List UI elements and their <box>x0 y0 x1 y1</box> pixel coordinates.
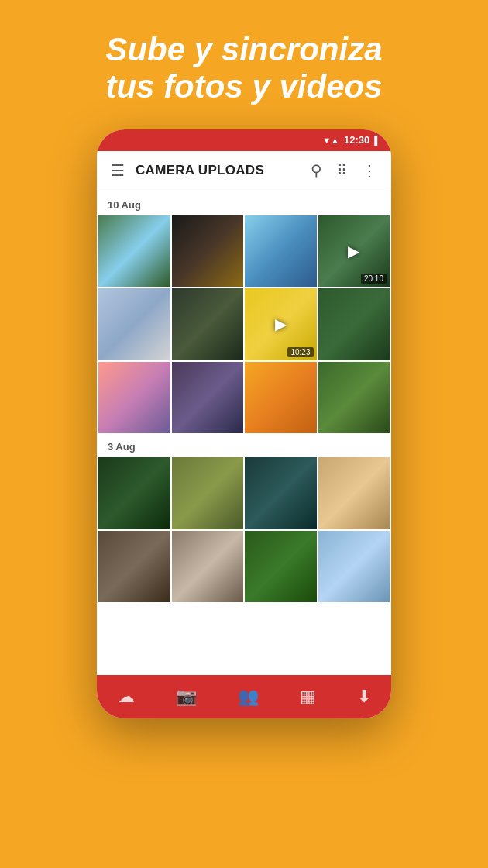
signal-icon: ▼▲ <box>322 136 339 145</box>
section-date-1: 3 Aug <box>97 433 391 457</box>
search-icon[interactable]: ⚲ <box>308 158 325 183</box>
battery-icon: ▌ <box>374 136 380 145</box>
photo-cell[interactable] <box>318 362 390 434</box>
video-duration: 10:23 <box>287 347 313 357</box>
photo-cell[interactable] <box>98 457 170 529</box>
photo-cell[interactable] <box>172 288 244 360</box>
hero-line2: tus fotos y videos <box>105 68 382 105</box>
photo-cell[interactable] <box>98 531 170 603</box>
photo-cell[interactable] <box>98 288 170 360</box>
hero-line1: Sube y sincroniza <box>105 31 382 67</box>
photo-cell[interactable] <box>172 457 244 529</box>
play-icon: ▶ <box>275 315 287 333</box>
content-area: 10 Aug▶20:10▶10:233 Aug <box>97 191 391 675</box>
photo-cell[interactable] <box>245 531 317 603</box>
photo-grid-0: ▶20:10▶10:23 <box>97 215 391 434</box>
users-nav-icon[interactable]: 👥 <box>227 682 270 711</box>
camera-nav-icon[interactable]: 📷 <box>165 682 208 711</box>
phone-mockup: ▼▲ 12:30 ▌ ☰ CAMERA UPLOADS ⚲ ⠿ ⋮ 10 Aug… <box>97 129 391 718</box>
photo-cell[interactable] <box>172 362 244 434</box>
photo-cell[interactable]: ▶10:23 <box>245 288 317 360</box>
photo-cell[interactable] <box>318 531 390 603</box>
photo-cell[interactable] <box>98 215 170 288</box>
photo-cell[interactable]: ▶20:10 <box>318 215 390 288</box>
photo-cell[interactable] <box>172 531 244 603</box>
download-nav-icon[interactable]: ⬇ <box>346 682 382 711</box>
play-icon: ▶ <box>348 242 359 260</box>
app-title: CAMERA UPLOADS <box>136 163 300 178</box>
menu-icon[interactable]: ☰ <box>108 158 128 183</box>
app-bar: ☰ CAMERA UPLOADS ⚲ ⠿ ⋮ <box>97 151 391 191</box>
photo-cell[interactable] <box>245 362 317 434</box>
photo-cell[interactable] <box>245 457 317 529</box>
photo-cell[interactable] <box>172 215 244 288</box>
cloud-nav-icon[interactable]: ☁ <box>107 682 146 711</box>
photo-cell[interactable] <box>318 288 390 360</box>
bottom-nav: ☁📷👥▦⬇ <box>97 675 391 718</box>
hero-section: Sube y sincroniza tus fotos y videos <box>0 0 488 129</box>
photo-cell[interactable] <box>245 215 317 288</box>
status-bar: ▼▲ 12:30 ▌ <box>97 129 391 151</box>
status-time: 12:30 <box>344 134 369 146</box>
photo-cell[interactable] <box>98 362 170 434</box>
photo-cell[interactable] <box>318 457 390 529</box>
more-icon[interactable]: ⋮ <box>359 158 380 183</box>
section-date-0: 10 Aug <box>97 191 391 215</box>
grid-icon[interactable]: ⠿ <box>333 158 351 183</box>
photo-grid-1 <box>97 457 391 602</box>
video-duration: 20:10 <box>361 274 387 284</box>
media-nav-icon[interactable]: ▦ <box>289 682 327 711</box>
